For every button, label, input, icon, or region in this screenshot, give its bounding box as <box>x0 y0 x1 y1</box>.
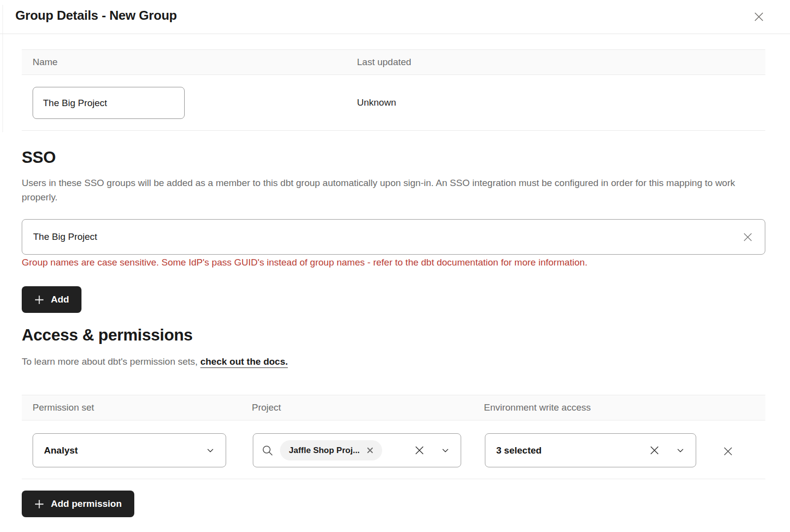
permission-row: Analyst Jaffle Shop Proj... <box>22 420 765 479</box>
chevron-down-icon <box>441 446 450 455</box>
column-header-environment: Environment write access <box>484 402 591 413</box>
close-icon <box>751 9 766 24</box>
group-info-table: Name Last updated Unknown <box>22 49 765 131</box>
add-permission-button-label: Add permission <box>51 498 122 509</box>
environment-write-access-select[interactable]: 3 selected <box>485 433 696 467</box>
sso-warning-text: Group names are case sensitive. Some IdP… <box>22 257 588 268</box>
remove-row-icon <box>721 445 735 458</box>
permissions-table: Permission set Project Environment write… <box>22 395 765 479</box>
permission-set-select[interactable]: Analyst <box>33 433 226 467</box>
column-header-name: Name <box>33 57 58 68</box>
add-button-label: Add <box>51 294 69 305</box>
group-details-modal: Group Details - New Group Name Last upda… <box>0 0 790 532</box>
project-chip: Jaffle Shop Proj... <box>280 440 382 460</box>
column-header-project: Project <box>252 402 281 413</box>
column-header-permission-set: Permission set <box>33 402 94 413</box>
chevron-down-icon <box>206 446 215 455</box>
group-table-header-row: Name Last updated <box>22 49 765 75</box>
docs-intro-text: To learn more about dbt's permission set… <box>22 356 200 367</box>
group-table-row: Unknown <box>22 75 765 131</box>
plus-icon <box>34 295 44 305</box>
project-multiselect[interactable]: Jaffle Shop Proj... <box>253 433 461 467</box>
close-button[interactable] <box>749 6 769 27</box>
sso-heading: SSO <box>22 148 56 167</box>
search-icon <box>261 444 274 457</box>
chip-remove-button[interactable] <box>366 446 374 455</box>
sso-description: Users in these SSO groups will be added … <box>22 176 751 204</box>
last-updated-value: Unknown <box>357 75 396 130</box>
page-title: Group Details - New Group <box>15 8 177 23</box>
project-chip-label: Jaffle Shop Proj... <box>289 446 360 456</box>
clear-icon <box>648 444 661 456</box>
sso-clear-button[interactable] <box>738 227 757 247</box>
column-header-last-updated: Last updated <box>357 57 411 68</box>
clear-icon <box>413 444 426 456</box>
add-sso-group-button[interactable]: Add <box>22 286 81 313</box>
permission-set-value: Analyst <box>44 445 78 456</box>
plus-icon <box>34 499 44 509</box>
chevron-down-icon <box>676 446 685 455</box>
chip-remove-icon <box>367 447 373 454</box>
docs-link[interactable]: check out the docs. <box>200 356 288 367</box>
sso-group-name-input[interactable] <box>22 219 765 255</box>
environment-selected-value: 3 selected <box>496 445 542 456</box>
environment-clear-button[interactable] <box>645 442 663 459</box>
access-permissions-heading: Access & permissions <box>22 326 193 344</box>
sso-group-field <box>22 219 765 255</box>
modal-edge-line <box>2 5 3 132</box>
group-name-input[interactable] <box>33 87 185 119</box>
project-clear-button[interactable] <box>410 442 428 459</box>
docs-line: To learn more about dbt's permission set… <box>22 356 288 367</box>
header-divider <box>0 34 790 34</box>
clear-icon <box>741 230 754 244</box>
remove-permission-row-button[interactable] <box>717 440 739 462</box>
add-permission-button[interactable]: Add permission <box>22 491 134 517</box>
permissions-header-row: Permission set Project Environment write… <box>22 395 765 420</box>
